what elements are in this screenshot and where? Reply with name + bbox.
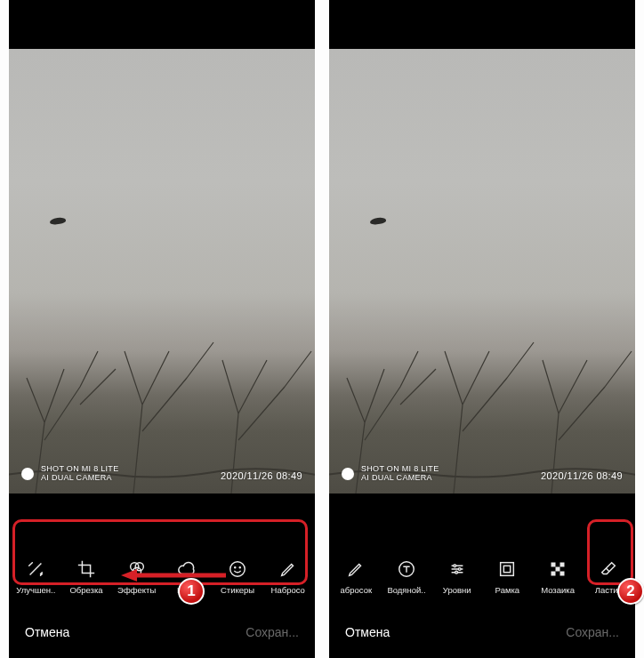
- tool-label: Уровни: [443, 585, 471, 595]
- tool-label: Стикеры: [221, 585, 254, 595]
- svg-rect-13: [560, 562, 565, 566]
- tool-levels[interactable]: Уровни: [431, 558, 482, 595]
- svg-rect-10: [501, 562, 514, 575]
- eraser-icon: [598, 558, 619, 580]
- photo-preview[interactable]: SHOT ON MI 8 LITE AI DUAL CAMERA 2020/11…: [9, 49, 315, 494]
- pencil-icon: [278, 558, 299, 580]
- crop-icon: [76, 558, 97, 580]
- bottom-actions: Отмена Сохран...: [9, 612, 315, 658]
- bird-shape: [50, 217, 67, 225]
- wand-icon: [25, 558, 46, 580]
- tool-label: Обрезка: [69, 585, 102, 595]
- smile-icon: [227, 558, 248, 580]
- tool-sky[interactable]: Небо: [162, 558, 213, 595]
- frame-icon: [496, 558, 518, 580]
- edit-toolbar-right[interactable]: абросокВодяной..УровниРамкаМозаикаЛастик: [329, 541, 635, 612]
- tool-mosaic[interactable]: Мозаика: [533, 558, 584, 595]
- save-button[interactable]: Сохран...: [246, 625, 299, 639]
- watermark-line2: AI DUAL CAMERA: [41, 474, 118, 483]
- tool-label: Улучшен..: [16, 585, 55, 595]
- save-button[interactable]: Сохран...: [566, 625, 619, 639]
- pencil-icon: [345, 558, 366, 580]
- bottom-actions: Отмена Сохран...: [329, 612, 635, 658]
- tool-crop[interactable]: Обрезка: [61, 558, 112, 595]
- mosaic-icon: [547, 558, 568, 580]
- svg-point-3: [230, 561, 246, 576]
- photo-timestamp: 2020/11/26 08:49: [541, 470, 623, 481]
- filter-icon: [126, 558, 148, 580]
- watermark-logo-icon: [21, 468, 34, 480]
- edit-toolbar-left[interactable]: Улучшен..ОбрезкаЭффектыНебоСтикерыНаброс…: [9, 541, 315, 612]
- tool-effects[interactable]: Эффекты: [111, 558, 162, 595]
- svg-rect-14: [556, 566, 560, 571]
- photo-preview[interactable]: SHOT ON MI 8 LITE AI DUAL CAMERA 2020/11…: [329, 49, 635, 494]
- svg-point-1: [135, 562, 143, 570]
- tool-label: Рамка: [495, 585, 519, 595]
- screenshot-right: SHOT ON MI 8 LITE AI DUAL CAMERA 2020/11…: [329, 0, 635, 658]
- svg-point-9: [455, 571, 457, 574]
- tool-frame[interactable]: Рамка: [482, 558, 533, 595]
- tool-label: Эффекты: [117, 585, 156, 595]
- svg-rect-16: [560, 571, 565, 575]
- tool-watermark[interactable]: Водяной..: [382, 558, 432, 595]
- svg-point-5: [239, 566, 240, 567]
- svg-point-2: [133, 567, 141, 575]
- svg-point-7: [454, 564, 456, 566]
- screenshot-left: SHOT ON MI 8 LITE AI DUAL CAMERA 2020/11…: [9, 0, 315, 658]
- svg-point-8: [458, 567, 461, 570]
- bird-shape: [370, 217, 387, 225]
- tool-label: Набросо: [271, 585, 305, 595]
- cancel-button[interactable]: Отмена: [25, 625, 69, 639]
- tool-label: Водяной..: [387, 585, 425, 595]
- tool-enhance[interactable]: Улучшен..: [11, 558, 61, 595]
- tool-label: Небо: [177, 585, 197, 595]
- watermark: SHOT ON MI 8 LITE AI DUAL CAMERA: [21, 465, 118, 483]
- cancel-button[interactable]: Отмена: [345, 625, 390, 639]
- svg-rect-11: [504, 566, 511, 572]
- cloud-icon: [176, 558, 197, 580]
- watermark-line2: AI DUAL CAMERA: [361, 474, 439, 483]
- tool-label: Мозаика: [541, 585, 575, 595]
- photo-timestamp: 2020/11/26 08:49: [221, 470, 302, 481]
- tool-label: Ластик: [595, 585, 622, 595]
- svg-point-4: [235, 566, 236, 567]
- svg-rect-15: [551, 571, 556, 575]
- watermark-logo-icon: [342, 468, 354, 480]
- tool-eraser[interactable]: Ластик: [583, 558, 633, 595]
- svg-rect-12: [551, 562, 556, 566]
- sliders-icon: [447, 558, 468, 580]
- text-icon: [396, 558, 417, 580]
- tool-sketch[interactable]: Набросо: [262, 558, 313, 595]
- watermark: SHOT ON MI 8 LITE AI DUAL CAMERA: [342, 465, 439, 483]
- tool-sketch[interactable]: абросок: [331, 558, 382, 595]
- tool-label: абросок: [341, 585, 373, 595]
- tool-stickers[interactable]: Стикеры: [213, 558, 263, 595]
